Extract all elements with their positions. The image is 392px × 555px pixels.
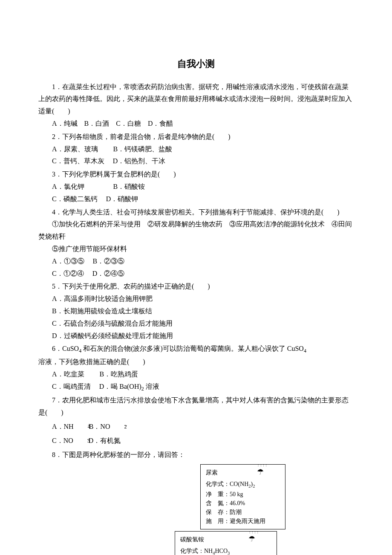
- q6-opt-d: D．喝 Ba(OH)2 溶液: [99, 383, 159, 390]
- q5-opt-c: C．石硫合剂必须与硫酸混合后才能施用: [38, 318, 354, 330]
- fertilizer-label-2: : : : : ☂ 碳酸氢铵 化学式：NH4HCO3 净 重：50 kg 含 氮…: [175, 531, 277, 555]
- label1-formula: 化学式：CO(NH2)2: [206, 480, 280, 490]
- q3-opt-c: C．磷酸二氢钙: [52, 195, 98, 202]
- label1-nitrogen: 含 氮：46.0%: [206, 499, 280, 508]
- umbrella-icon: ☂: [257, 466, 264, 478]
- fertilizer-label-1: : : : : ☂ 尿素 化学式：CO(NH2)2 净 重：50 kg 含 氮：…: [200, 464, 285, 529]
- q6-stem-2: 溶液，下列急救措施正确的是( ): [38, 356, 354, 368]
- question-1: 1．在蔬菜生长过程中，常喷洒农药防治病虫害。据研究，用碱性溶液或清水浸泡，可使残…: [38, 81, 354, 130]
- q7-opt-a: A．NH4+: [52, 423, 81, 430]
- q7-opt-c: C．NO3−: [52, 437, 80, 444]
- label2-name: 碳酸氢铵: [180, 535, 271, 544]
- label1-name: 尿素: [206, 468, 280, 477]
- umbrella-icon: ☂: [248, 533, 255, 545]
- page-title: 自我小测: [38, 55, 354, 72]
- q3-opt-d: D．硝酸钾: [106, 195, 138, 202]
- q2-opt-a: A．尿素、玻璃: [52, 145, 98, 153]
- q2-options-row1: A．尿素、玻璃 B．钙镁磷肥、盐酸: [38, 143, 354, 156]
- q2-opt-d: D．铝热剂、干冰: [113, 157, 166, 165]
- q6-options-row1: A．吃韭菜 B．吃熟鸡蛋: [38, 368, 354, 381]
- label1-storage: 保 存：防潮: [206, 508, 280, 517]
- q8-stem: 8．下图是两种化肥标签的一部分，请回答：: [38, 449, 354, 461]
- q4-options-row1: A．①③⑤ B．②③⑤: [38, 255, 354, 268]
- q3-opt-a: A．氯化钾: [52, 183, 84, 190]
- q7-opt-b: B．NO2−: [89, 423, 110, 430]
- q7-options-row1: A．NH4+ B．NO2−: [38, 421, 354, 433]
- q2-stem: 2．下列各组物质，前者是混合物，后者是纯净物的是( ): [38, 131, 354, 143]
- q4-item5: ⑤推广使用节能环保材料: [38, 243, 354, 255]
- question-7: 7．农用化肥和城市生活污水排放会使地下水含氮量增高，其中对人体有害的含氮污染物的…: [38, 394, 354, 447]
- label1-usage: 施 用：避免雨天施用: [206, 517, 280, 526]
- q7-stem: 7．农用化肥和城市生活污水排放会使地下水含氮量增高，其中对人体有害的含氮污染物的…: [38, 394, 354, 419]
- label1-weight: 净 重：50 kg: [206, 490, 280, 499]
- q5-opt-d: D．过磷酸钙必须经硫酸处理后才能施用: [38, 330, 354, 342]
- q7-opt-d: D．有机氮: [89, 437, 121, 444]
- q4-opt-d: D．②④⑤: [92, 270, 125, 277]
- question-4: 4．化学与人类生活、社会可持续发展密切相关。下列措施有利于节能减排、保护环境的是…: [38, 206, 354, 280]
- q4-items: ①加快化石燃料的开采与使用 ②研发易降解的生物农药 ③应用高效洁净的能源转化技术…: [38, 218, 354, 243]
- q3-options-row1: A．氯化钾 B．硝酸铵: [38, 181, 354, 193]
- q5-opt-b: B．长期施用硫铵会造成土壤板结: [38, 305, 354, 318]
- q2-opt-b: B．钙镁磷肥、盐酸: [113, 145, 173, 153]
- q4-options-row2: C．①②④ D．②④⑤: [38, 268, 354, 280]
- q6-opt-a: A．吃韭菜: [52, 370, 84, 378]
- q7-options-row2: C．NO3− D．有机氮: [38, 435, 354, 447]
- q1-stem: 1．在蔬菜生长过程中，常喷洒农药防治病虫害。据研究，用碱性溶液或清水浸泡，可使残…: [38, 81, 354, 118]
- q3-stem: 3．下列化学肥料属于复合肥料的是( ): [38, 168, 354, 181]
- q6-stem: 6．CuSO4 和石灰的混合物(波尔多液)可以防治葡萄的霉菌病。某人粗心误饮了 …: [38, 343, 354, 356]
- label2-formula: 化学式：NH4HCO3: [180, 546, 271, 555]
- question-6: 6．CuSO4 和石灰的混合物(波尔多液)可以防治葡萄的霉菌病。某人粗心误饮了 …: [38, 343, 354, 393]
- question-8: 8．下图是两种化肥标签的一部分，请回答： : : : : ☂ 尿素 化学式：CO…: [38, 449, 354, 555]
- q6-opt-b: B．吃熟鸡蛋: [100, 370, 138, 378]
- q3-options-row2: C．磷酸二氢钙 D．硝酸钾: [38, 193, 354, 205]
- q4-opt-b: B．②③⑤: [93, 257, 125, 265]
- q4-opt-c: C．①②④: [52, 270, 84, 277]
- q3-opt-b: B．硝酸铵: [113, 183, 145, 190]
- q5-stem: 5．下列关于使用化肥、农药的描述中正确的是( ): [38, 280, 354, 293]
- q6-opt-c: C．喝鸡蛋清: [52, 383, 91, 390]
- q2-opt-c: C．普钙、草木灰: [52, 157, 104, 165]
- question-3: 3．下列化学肥料属于复合肥料的是( ) A．氯化钾 B．硝酸铵 C．磷酸二氢钙 …: [38, 168, 354, 205]
- q4-stem: 4．化学与人类生活、社会可持续发展密切相关。下列措施有利于节能减排、保护环境的是…: [38, 206, 354, 219]
- q6-options-row2: C．喝鸡蛋清 D．喝 Ba(OH)2 溶液: [38, 381, 354, 394]
- q5-opt-a: A．高温多雨时比较适合施用钾肥: [38, 293, 354, 305]
- question-5: 5．下列关于使用化肥、农药的描述中正确的是( ) A．高温多雨时比较适合施用钾肥…: [38, 280, 354, 342]
- q4-opt-a: A．①③⑤: [52, 257, 84, 265]
- q1-options: A．纯碱 B．白酒 C．白糖 D．食醋: [38, 118, 354, 130]
- q2-options-row2: C．普钙、草木灰 D．铝热剂、干冰: [38, 155, 354, 168]
- question-2: 2．下列各组物质，前者是混合物，后者是纯净物的是( ) A．尿素、玻璃 B．钙镁…: [38, 131, 354, 168]
